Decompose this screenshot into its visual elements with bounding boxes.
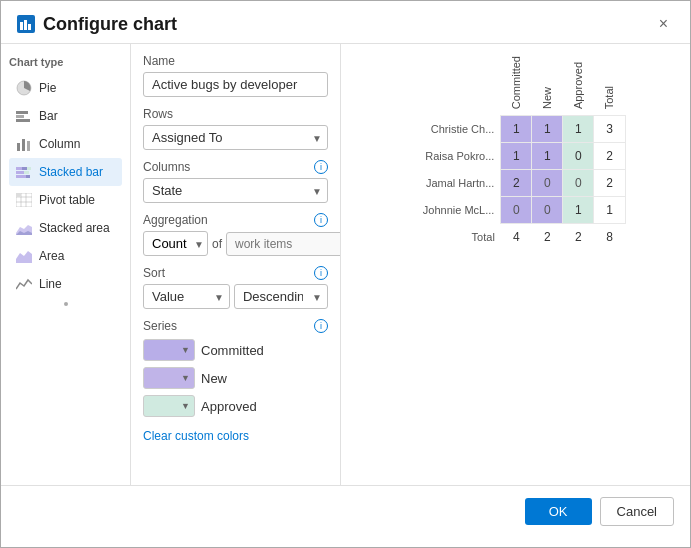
bar-icon	[15, 107, 33, 125]
scroll-indicator	[64, 302, 68, 306]
svg-rect-6	[16, 119, 30, 122]
sidebar-item-pivot-table[interactable]: Pivot table	[9, 186, 122, 214]
cell-2-0: 2	[501, 170, 532, 197]
sidebar-item-line[interactable]: Line	[9, 270, 122, 298]
column-icon	[15, 135, 33, 153]
row-label-2: Jamal Hartn...	[406, 170, 501, 197]
name-input[interactable]	[143, 72, 328, 97]
pie-icon	[15, 79, 33, 97]
sidebar-item-stacked-area[interactable]: Stacked area	[9, 214, 122, 242]
cell-0-total: 3	[594, 116, 625, 143]
svg-rect-4	[16, 111, 28, 114]
sidebar-item-label-area: Area	[39, 249, 64, 263]
sidebar-item-label-stacked-area: Stacked area	[39, 221, 110, 235]
svg-rect-11	[22, 167, 27, 170]
aggregation-of: of	[212, 237, 222, 251]
series-info-icon[interactable]: i	[314, 319, 328, 333]
config-panel: Name Rows Assigned To ▼ Columns i State …	[131, 44, 341, 485]
cell-2-2: 0	[563, 170, 594, 197]
table-total-row: Total 4 2 2 8	[406, 224, 626, 251]
svg-rect-5	[16, 115, 24, 118]
sidebar-item-area[interactable]: Area	[9, 242, 122, 270]
svg-rect-10	[16, 167, 22, 170]
stacked-area-icon	[15, 219, 33, 237]
series-item-new: ▼ New	[143, 367, 328, 389]
rows-label: Rows	[143, 107, 328, 121]
sidebar-item-label-pie: Pie	[39, 81, 56, 95]
sidebar-item-label-column: Column	[39, 137, 80, 151]
series-label: Series	[143, 319, 177, 333]
table-header-total: Total	[594, 52, 625, 116]
name-label: Name	[143, 54, 328, 68]
sort-value-wrapper: Value ▼	[143, 284, 230, 309]
aggregation-info-icon[interactable]: i	[314, 213, 328, 227]
cell-0-1: 1	[532, 116, 563, 143]
svg-rect-22	[16, 193, 21, 197]
rows-select[interactable]: Assigned To	[143, 125, 328, 150]
aggregation-select[interactable]: Count	[143, 231, 208, 256]
line-icon	[15, 275, 33, 293]
series-label-committed: Committed	[201, 343, 264, 358]
pivot-table-icon	[15, 191, 33, 209]
table-header-new: New	[532, 52, 563, 116]
sidebar-item-label-stacked-bar: Stacked bar	[39, 165, 103, 179]
ok-button[interactable]: OK	[525, 498, 592, 525]
cell-1-1: 1	[532, 143, 563, 170]
svg-rect-9	[27, 141, 30, 151]
sidebar-item-bar[interactable]: Bar	[9, 102, 122, 130]
svg-rect-0	[20, 22, 23, 30]
sidebar-item-column[interactable]: Column	[9, 130, 122, 158]
cell-1-0: 1	[501, 143, 532, 170]
aggregation-row: Count ▼ of	[143, 231, 328, 256]
svg-rect-15	[16, 175, 26, 178]
sort-label: Sort	[143, 266, 165, 280]
aggregation-select-wrapper: Count ▼	[143, 231, 208, 256]
sort-info-icon[interactable]: i	[314, 266, 328, 280]
series-color-approved[interactable]: ▼	[143, 395, 195, 417]
columns-label: Columns	[143, 160, 190, 174]
work-items-input[interactable]	[226, 232, 341, 256]
close-button[interactable]: ×	[653, 13, 674, 35]
table-header-approved: Approved	[563, 52, 594, 116]
sidebar-item-label-pivot-table: Pivot table	[39, 193, 95, 207]
sort-direction-select[interactable]: Descending	[234, 284, 328, 309]
series-label-approved: Approved	[201, 399, 257, 414]
total-label: Total	[406, 224, 501, 251]
title-bar-left: Configure chart	[17, 14, 177, 35]
svg-rect-13	[16, 171, 24, 174]
series-item-approved: ▼ Approved	[143, 395, 328, 417]
cell-1-total: 2	[594, 143, 625, 170]
aggregation-header: Aggregation i	[143, 213, 328, 227]
columns-header: Columns i	[143, 160, 328, 174]
table-row: Raisa Pokro... 1 1 0 2	[406, 143, 626, 170]
cancel-button[interactable]: Cancel	[600, 497, 674, 526]
dialog-footer: OK Cancel	[1, 485, 690, 537]
table-header-committed: Committed	[501, 52, 532, 116]
title-bar: Configure chart ×	[1, 1, 690, 44]
sort-row: Value ▼ Descending ▼	[143, 284, 328, 309]
columns-info-icon[interactable]: i	[314, 160, 328, 174]
svg-rect-1	[24, 20, 27, 30]
aggregation-label: Aggregation	[143, 213, 208, 227]
total-3: 8	[594, 224, 625, 251]
series-header: Series i	[143, 319, 328, 333]
series-color-new[interactable]: ▼	[143, 367, 195, 389]
table-header-empty	[406, 52, 501, 116]
columns-select[interactable]: State	[143, 178, 328, 203]
sidebar-item-pie[interactable]: Pie	[9, 74, 122, 102]
series-color-committed[interactable]: ▼	[143, 339, 195, 361]
stacked-bar-icon	[15, 163, 33, 181]
clear-custom-colors-link[interactable]: Clear custom colors	[143, 429, 249, 443]
total-2: 2	[563, 224, 594, 251]
sort-value-select[interactable]: Value	[143, 284, 230, 309]
svg-rect-8	[22, 139, 25, 151]
cell-3-total: 1	[594, 197, 625, 224]
cell-3-2: 1	[563, 197, 594, 224]
table-row: Johnnie McL... 0 0 1 1	[406, 197, 626, 224]
sidebar-item-stacked-bar[interactable]: Stacked bar	[9, 158, 122, 186]
cell-2-1: 0	[532, 170, 563, 197]
cell-2-total: 2	[594, 170, 625, 197]
svg-rect-2	[28, 24, 31, 30]
table-row: Christie Ch... 1 1 1 3	[406, 116, 626, 143]
svg-rect-14	[24, 171, 29, 174]
